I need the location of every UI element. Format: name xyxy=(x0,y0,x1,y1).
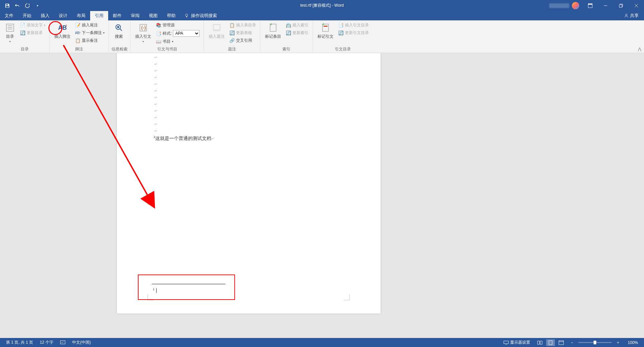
save-button[interactable] xyxy=(3,2,11,10)
tab-review[interactable]: 审阅 xyxy=(126,11,144,20)
status-bar: 第 1 页, 共 1 页 12 个字 中文(中国) 显示器设置 − + 100% xyxy=(0,338,644,347)
caption-icon xyxy=(211,22,222,33)
update-toa-label: 更新引文目录 xyxy=(345,30,369,36)
ribbon-display-options[interactable] xyxy=(583,0,598,11)
web-layout-icon xyxy=(559,340,564,345)
cross-reference-label: 交叉引用 xyxy=(236,38,252,43)
tab-references[interactable]: 引用 xyxy=(90,11,108,20)
minimize-button[interactable] xyxy=(598,0,613,11)
group-research-label: 信息检索 xyxy=(112,46,128,53)
ribbon: 目录 ▾ 📄 添加文字 ▾ 🔄 更新目录 目录 AB1 xyxy=(0,20,644,53)
tab-layout[interactable]: 布局 xyxy=(72,11,90,20)
tof-icon: 📋 xyxy=(229,23,235,28)
close-button[interactable] xyxy=(629,0,644,11)
manage-sources-icon: 📚 xyxy=(156,23,161,28)
window-title: test.rtf [兼容模式] - Word xyxy=(300,3,344,8)
tab-design[interactable]: 设计 xyxy=(54,11,72,20)
ribbon-tabs: 文件 开始 插入 设计 布局 引用 邮件 审阅 视图 帮助 操作说明搜索 共享 xyxy=(0,11,644,20)
tab-file[interactable]: 文件 xyxy=(0,11,18,20)
share-button[interactable]: 共享 xyxy=(619,11,644,20)
citation-style-select[interactable]: APA xyxy=(173,30,200,37)
svg-text:+: + xyxy=(322,23,325,27)
next-footnote-icon: AB¹ xyxy=(75,30,80,36)
update-table-button[interactable]: 🔄 更新表格 xyxy=(228,29,257,36)
tab-home[interactable]: 开始 xyxy=(18,11,36,20)
web-layout-button[interactable] xyxy=(557,339,566,346)
spellcheck-status[interactable] xyxy=(57,340,69,345)
tab-help[interactable]: 帮助 xyxy=(162,11,180,20)
document-body-line[interactable]: 1这就是一个普通的测试文档↵ xyxy=(154,135,215,142)
svg-rect-6 xyxy=(6,24,14,31)
show-notes-button[interactable]: 📋 显示备注 xyxy=(74,37,106,44)
monitor-icon xyxy=(503,341,509,345)
update-toa-button[interactable]: 🔄 更新引文目录 xyxy=(337,29,370,36)
page-margin-corner-right xyxy=(344,294,350,300)
print-layout-button[interactable] xyxy=(546,339,555,346)
zoom-slider[interactable] xyxy=(578,342,612,343)
document-area[interactable]: ↵ ↵ ↵ ↵ ↵ ↵ ↵ ↵ ↵ ↵ ↵ ↵ 1这就是一个普通的测试文档↵ 1 xyxy=(0,53,644,338)
zoom-in-button[interactable]: + xyxy=(614,339,622,346)
tab-view[interactable]: 视图 xyxy=(144,11,162,20)
group-toa-label: 引文目录 xyxy=(315,46,370,53)
user-avatar[interactable] xyxy=(572,2,579,9)
show-notes-label: 显示备注 xyxy=(82,38,98,43)
page-number-status[interactable]: 第 1 页, 共 1 页 xyxy=(3,340,36,345)
display-settings-button[interactable]: 显示器设置 xyxy=(500,340,533,345)
insert-tof-button[interactable]: 📋 插入表目录 xyxy=(228,22,257,29)
toc-button[interactable]: 目录 ▾ xyxy=(3,22,17,44)
zoom-slider-thumb[interactable] xyxy=(594,341,596,344)
tell-me-search[interactable]: 操作说明搜索 xyxy=(180,11,221,20)
svg-rect-17 xyxy=(213,24,220,30)
language-status[interactable]: 中文(中国) xyxy=(69,340,94,345)
group-captions-label: 题注 xyxy=(207,46,257,53)
svg-rect-29 xyxy=(559,341,564,345)
tab-mailings[interactable]: 邮件 xyxy=(108,11,126,20)
insert-index-label: 插入索引 xyxy=(292,22,308,28)
save-icon xyxy=(5,3,10,8)
svg-text:(-): (-) xyxy=(141,25,146,30)
zoom-out-button[interactable]: − xyxy=(568,339,576,346)
search-button[interactable]: 搜索 xyxy=(112,22,126,40)
citation-style-row: 📑 样式: APA xyxy=(155,29,201,37)
cross-ref-icon: 🔗 xyxy=(229,38,235,43)
tab-insert[interactable]: 插入 xyxy=(36,11,54,20)
restore-button[interactable] xyxy=(613,0,629,11)
manage-sources-button[interactable]: 📚 管理源 xyxy=(155,22,201,29)
word-count-status[interactable]: 12 个字 xyxy=(36,340,57,345)
insert-endnote-button[interactable]: 📝 插入尾注 xyxy=(74,22,106,29)
user-name-area[interactable] xyxy=(549,3,569,8)
insert-index-button[interactable]: 📇 插入索引 xyxy=(284,22,310,29)
redo-icon xyxy=(25,3,30,8)
insert-toa-button[interactable]: 📑 插入引文目录 xyxy=(337,22,370,29)
add-text-button[interactable]: 📄 添加文字 ▾ xyxy=(19,22,47,29)
style-icon: 📑 xyxy=(156,31,161,36)
qat-customize[interactable]: ▾ xyxy=(33,2,41,10)
redo-button[interactable] xyxy=(23,2,31,10)
cross-reference-button[interactable]: 🔗 交叉引用 xyxy=(228,37,257,44)
page: ↵ ↵ ↵ ↵ ↵ ↵ ↵ ↵ ↵ ↵ ↵ ↵ 1这就是一个普通的测试文档↵ 1 xyxy=(117,53,381,314)
insert-citation-button[interactable]: (-) 插入引文 ▾ xyxy=(133,22,153,44)
svg-point-14 xyxy=(117,26,119,28)
undo-button[interactable] xyxy=(13,2,21,10)
group-toc: 目录 ▾ 📄 添加文字 ▾ 🔄 更新目录 目录 xyxy=(0,20,50,53)
bibliography-button[interactable]: 📖 书目 ▾ xyxy=(155,38,201,45)
insert-toa-label: 插入引文目录 xyxy=(345,22,369,28)
update-toc-button[interactable]: 🔄 更新目录 xyxy=(19,29,47,36)
zoom-level[interactable]: 100% xyxy=(624,340,641,345)
read-mode-button[interactable] xyxy=(535,339,544,346)
bibliography-label: 书目 xyxy=(163,39,171,44)
insert-caption-label: 插入题注 xyxy=(209,34,225,39)
group-toc-label: 目录 xyxy=(3,46,47,53)
update-index-button[interactable]: 🔄 更新索引 xyxy=(284,29,310,36)
mark-citation-icon: + xyxy=(320,22,331,33)
insert-caption-button[interactable]: 插入题注 xyxy=(207,22,227,40)
mark-entry-button[interactable]: + 标记条目 xyxy=(263,22,283,40)
citation-icon: (-) xyxy=(138,22,149,33)
next-footnote-label: 下一条脚注 xyxy=(82,30,102,36)
spellcheck-icon xyxy=(60,340,65,345)
next-footnote-button[interactable]: AB¹ 下一条脚注 ▾ xyxy=(74,29,106,36)
insert-footnote-button[interactable]: AB1 插入脚注 xyxy=(52,22,72,40)
mark-citation-button[interactable]: + 标记引文 xyxy=(315,22,336,40)
collapse-ribbon-button[interactable]: ⋀ xyxy=(638,47,641,51)
undo-icon xyxy=(15,3,20,8)
